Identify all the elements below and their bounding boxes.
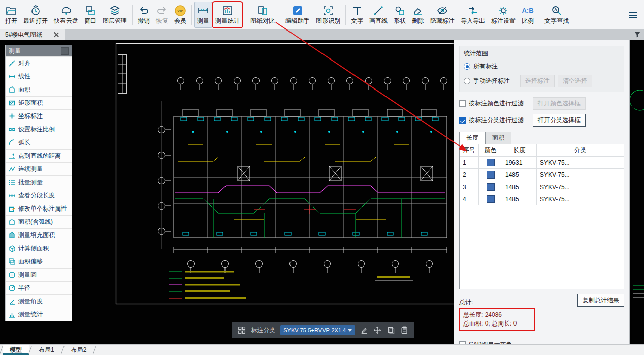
radio-unselected-icon[interactable] xyxy=(464,78,470,84)
measure-item-label: 线性 xyxy=(18,72,30,81)
filter-button[interactable] xyxy=(631,29,644,40)
measure-item-edit-annotation[interactable]: 修改单个标注属性 xyxy=(6,202,72,215)
cell-no: 1 xyxy=(460,157,479,169)
measure-item-radius[interactable]: 半径 xyxy=(6,281,72,294)
import-export-button[interactable]: 导入导出 xyxy=(458,2,488,28)
drawing-compare-button[interactable]: 图纸对比 xyxy=(247,2,278,28)
divider xyxy=(459,336,624,336)
edit-pencil-icon[interactable] xyxy=(360,326,368,335)
batch-measure-icon xyxy=(8,179,16,186)
color-swatch xyxy=(487,171,495,179)
measure-item-circle[interactable]: 测量圆 xyxy=(6,268,72,281)
table-row[interactable]: 1 19631 SYKV-75... xyxy=(460,157,624,169)
eraser-icon xyxy=(412,5,424,17)
layer-manager-button[interactable]: 图层管理 xyxy=(100,2,130,28)
class-filter-checkbox[interactable] xyxy=(459,117,466,124)
measure-item-linear[interactable]: 线性 xyxy=(6,70,72,83)
cloud-icon xyxy=(60,5,72,17)
radio-all-annotations[interactable]: 所有标注 xyxy=(464,62,620,71)
hide-annotations-button[interactable]: 隐藏标注 xyxy=(427,2,458,28)
move-icon[interactable] xyxy=(373,326,381,335)
measure-item-scale-setting[interactable]: 设置标注比例 xyxy=(6,123,72,136)
radio-manual-select[interactable]: 手动选择标注 选择标注 清空选择 xyxy=(464,75,620,87)
layout-tab-1[interactable]: 布局1 xyxy=(31,345,61,355)
window-button[interactable]: 窗口 xyxy=(81,2,100,28)
measure-item-label: 坐标标注 xyxy=(18,112,43,121)
measure-item-label: 连续测量 xyxy=(18,165,43,173)
shape-recognition-icon xyxy=(322,5,334,17)
measure-item-arc-length[interactable]: 弧长 xyxy=(6,136,72,149)
measure-item-area[interactable]: 面积 xyxy=(6,83,72,96)
undo-button[interactable]: 撤销 xyxy=(135,2,153,28)
open-class-picker-button[interactable]: 打开分类选择框 xyxy=(533,114,586,127)
measure-item-fill-area[interactable]: 测量填充面积 xyxy=(6,228,72,242)
cell-color xyxy=(479,181,502,193)
copy-totals-button[interactable]: 复制总计结果 xyxy=(577,294,624,307)
measure-item-segment-length[interactable]: 查看分段长度 xyxy=(6,189,72,202)
open-button[interactable]: 打开 xyxy=(2,2,20,28)
text-button[interactable]: 文字 xyxy=(348,2,366,28)
measure-button[interactable]: 测量 xyxy=(194,2,212,28)
tab-length[interactable]: 长度 xyxy=(459,132,486,144)
toolbar-label: 编辑助手 xyxy=(285,18,310,24)
collapse-icon[interactable] xyxy=(61,47,69,55)
measure-item-area-offset[interactable]: 面积偏移 xyxy=(6,255,72,268)
table-row[interactable]: 4 1485 SYKV-75... xyxy=(460,193,624,205)
measure-item-area-with-arc[interactable]: 面积(含弧线) xyxy=(6,215,72,228)
measure-item-side-area[interactable]: 计算侧面积 xyxy=(6,242,72,255)
arc-length-icon xyxy=(8,139,16,146)
table-row[interactable]: 3 1485 SYKV-75... xyxy=(460,181,624,193)
color-filter-checkbox[interactable] xyxy=(459,100,466,107)
measure-item-rect-area[interactable]: 矩形面积 xyxy=(6,96,72,109)
document-tab[interactable]: 5#楼电气图纸 xyxy=(0,29,65,40)
measure-item-angle[interactable]: 测量角度 xyxy=(6,294,72,308)
eye-slash-icon xyxy=(436,5,448,17)
measure-item-point-line-distance[interactable]: 点到直线的距离 xyxy=(6,149,72,162)
text-search-button[interactable]: 文字查找 xyxy=(541,2,572,28)
cell-length: 19631 xyxy=(502,157,537,169)
edit-assistant-button[interactable]: 编辑助手 xyxy=(282,2,313,28)
copy-icon[interactable] xyxy=(387,326,395,335)
total-area-perimeter-value: 总面积: 0; 总周长: 0 xyxy=(463,319,530,328)
layout-tab-2[interactable]: 布局2 xyxy=(64,345,94,355)
tab-close-icon[interactable] xyxy=(53,32,59,38)
toolbar-label: 快看云盘 xyxy=(54,18,78,24)
radio-selected-icon[interactable] xyxy=(464,63,470,70)
table-row[interactable]: 2 1485 SYKV-75... xyxy=(460,169,624,181)
scale-button[interactable]: A:B 比例 xyxy=(519,2,537,28)
cell-category: SYKV-75... xyxy=(537,193,624,205)
paste-clipboard-icon[interactable] xyxy=(400,326,408,335)
measure-item-label: 面积(含弧线) xyxy=(18,218,53,226)
color-swatch xyxy=(487,183,495,191)
measure-item-coordinate[interactable]: 坐标标注 xyxy=(6,109,72,123)
shape-recognition-button[interactable]: 图形识别 xyxy=(313,2,343,28)
layout-tab-model[interactable]: 模型 xyxy=(3,345,29,355)
open-color-picker-button[interactable]: 打开颜色选择框 xyxy=(533,97,586,110)
redo-button[interactable]: 恢复 xyxy=(153,2,171,28)
measure-item-batch[interactable]: 批量测量 xyxy=(6,175,72,189)
tab-area[interactable]: 面积 xyxy=(486,132,511,144)
measure-item-align[interactable]: 对齐 xyxy=(6,56,72,70)
cloud-disk-button[interactable]: 快看云盘 xyxy=(51,2,81,28)
menu-button[interactable] xyxy=(625,0,641,31)
toolbar-label: 标注设置 xyxy=(491,18,516,24)
toolbar-separator xyxy=(245,5,245,25)
measure-item-statistics[interactable]: 测量统计 xyxy=(6,308,72,321)
annotation-settings-button[interactable]: 标注设置 xyxy=(488,2,519,28)
toolbar-label: 导入导出 xyxy=(461,18,485,24)
annotation-class-dropdown[interactable]: SYKV-75-5+RVVP-2X1.4 xyxy=(280,325,355,335)
measure-stats-button[interactable]: 测量统计 xyxy=(212,2,243,28)
delete-button[interactable]: 删除 xyxy=(409,2,427,28)
clear-selection-button[interactable]: 清空选择 xyxy=(558,75,592,87)
recent-open-button[interactable]: 最近打开 xyxy=(20,2,51,28)
measure-item-continuous[interactable]: 连续测量 xyxy=(6,162,72,175)
rect-area-icon xyxy=(8,99,16,107)
annotation-class-toolbar: 标注分类 SYKV-75-5+RVVP-2X1.4 xyxy=(232,322,414,338)
measure-item-label: 弧长 xyxy=(18,138,30,147)
shapes-button[interactable]: 形状 xyxy=(391,2,409,28)
range-group-label: 统计范围 xyxy=(464,49,620,58)
select-annotation-button[interactable]: 选择标注 xyxy=(520,75,555,87)
draw-line-button[interactable]: 画直线 xyxy=(366,2,391,28)
measure-panel-header[interactable]: 测量 xyxy=(6,45,72,56)
vip-member-button[interactable]: VIP 会员 xyxy=(171,2,189,28)
